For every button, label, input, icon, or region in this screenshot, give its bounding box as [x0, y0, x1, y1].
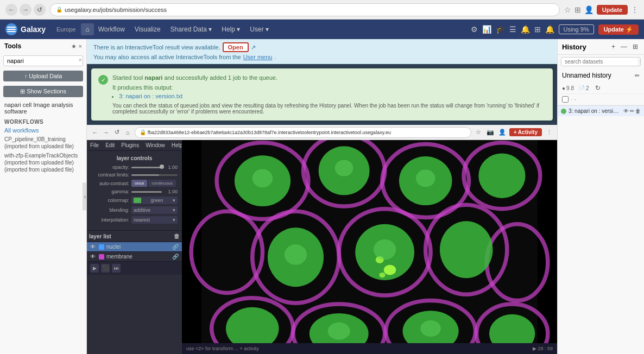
- galaxy-nav: Workflow Visualize Shared Data ▾ Help ▾ …: [94, 23, 273, 35]
- sidebar-close-icon[interactable]: ×: [79, 43, 82, 50]
- nav-help[interactable]: Help ▾: [217, 23, 244, 35]
- colormap-select[interactable]: green ▾: [131, 197, 178, 204]
- extensions-button[interactable]: ⊞: [574, 5, 581, 14]
- skip-button[interactable]: ⏭: [112, 264, 121, 273]
- star-button[interactable]: ☆: [564, 5, 571, 14]
- iframe-menu-button[interactable]: ⋮: [544, 128, 554, 137]
- layer-name-nuclei: nuclei: [106, 244, 170, 250]
- layer-item-membrane[interactable]: 👁 membrane 🔗: [87, 252, 182, 262]
- stat-count-value: 9.8: [566, 85, 574, 91]
- logo-line-3: [7, 31, 16, 32]
- layer-eye-nuclei[interactable]: 👁: [90, 244, 97, 250]
- interpolation-arrow: ▾: [173, 217, 175, 223]
- sidebar-all-workflows[interactable]: All workflows: [0, 126, 86, 135]
- history-edit-button[interactable]: ✏: [635, 72, 640, 79]
- output-link[interactable]: 3: napari on : version.txt: [119, 93, 182, 99]
- bell2-icon[interactable]: 🔔: [545, 25, 554, 34]
- iframe-address[interactable]: 🔒 fba22d833a468e12-eb6ae2b7a8e6a4c1a2a30…: [135, 127, 471, 138]
- napari-menu-file[interactable]: File: [87, 141, 102, 149]
- contrast-row: contrast limits:: [91, 172, 178, 178]
- address-bar[interactable]: 🔒 usegalaxy.eu/jobs/submission/success: [50, 3, 560, 16]
- history-search-input[interactable]: [561, 58, 637, 66]
- stop-button[interactable]: ⬛: [101, 264, 110, 273]
- iframe-forward-button[interactable]: →: [101, 128, 111, 137]
- forward-button[interactable]: →: [20, 4, 31, 16]
- sidebar-workflow-0[interactable]: CP_pipeline_I0B_training (imported from …: [0, 135, 86, 151]
- layer-item-nuclei[interactable]: 👁 nuclei 🔗: [87, 242, 182, 252]
- napari-menu-window[interactable]: Window: [142, 141, 168, 149]
- layer-link-nuclei[interactable]: 🔗: [172, 244, 179, 250]
- history-entry-delete-button[interactable]: 🗑: [635, 108, 641, 114]
- iframe-profile-icon[interactable]: 👤: [497, 128, 507, 137]
- iframe-screenshot-icon[interactable]: 📷: [485, 128, 495, 137]
- opacity-slider[interactable]: [131, 167, 162, 168]
- back-button[interactable]: ←: [5, 4, 17, 16]
- sidebar-collapse-button[interactable]: ‹: [83, 183, 87, 211]
- apps-icon[interactable]: ⊞: [534, 25, 541, 34]
- nav-workflow[interactable]: Workflow: [94, 23, 129, 35]
- history-entry-actions: 👁 ✏ 🗑: [623, 108, 641, 114]
- info-banner-row-1: There is an InteractiveTool result view …: [93, 42, 551, 52]
- nav-shared-data[interactable]: Shared Data ▾: [166, 23, 217, 35]
- history-checkbox[interactable]: [562, 96, 569, 103]
- svg-point-28: [252, 169, 273, 187]
- gamma-row: gamma: 1.00: [91, 189, 178, 194]
- reload-button[interactable]: ↺: [34, 4, 46, 16]
- stat-count: ● 9.8: [562, 85, 574, 91]
- grid-icon[interactable]: ☰: [509, 25, 516, 34]
- blending-select[interactable]: additive ▾: [131, 206, 178, 214]
- opacity-value: 1.00: [164, 165, 178, 170]
- upload-button[interactable]: ↑ Upload Data: [3, 71, 83, 81]
- iframe-home-button[interactable]: ⌂: [123, 128, 132, 137]
- napari-bottom-bar: ▶ ⬛ ⏭: [87, 262, 182, 275]
- search-input[interactable]: [3, 55, 83, 66]
- once-button[interactable]: once: [131, 180, 147, 187]
- profile-button[interactable]: 👤: [584, 5, 594, 14]
- layer-link-membrane[interactable]: 🔗: [172, 254, 179, 260]
- gamma-slider[interactable]: [131, 191, 162, 193]
- user-menu-link[interactable]: User menu: [243, 54, 273, 60]
- iframe-star-button[interactable]: ☆: [473, 128, 483, 137]
- sidebar-bookmark-icon[interactable]: ★: [71, 43, 77, 50]
- settings-icon[interactable]: ⚙: [471, 25, 478, 34]
- history-settings-button[interactable]: ⊞: [631, 42, 640, 51]
- history-collapse-button[interactable]: —: [619, 42, 629, 51]
- sidebar-workflow-1[interactable]: with-zfp-ExampleTrackObjects (imported f…: [0, 151, 86, 174]
- iframe-update-button[interactable]: + Activity: [509, 128, 542, 136]
- menu-button[interactable]: ⋮: [631, 5, 639, 14]
- bell-icon[interactable]: 🔔: [521, 25, 530, 34]
- galaxy-header: Galaxy Europe ⌂ Workflow Visualize Share…: [0, 20, 644, 39]
- home-button[interactable]: ⌂: [81, 23, 93, 35]
- nav-visualize[interactable]: Visualize: [130, 23, 165, 35]
- show-sections-button[interactable]: ⊞ Show Sections: [3, 86, 83, 97]
- iframe-lock-icon: 🔒: [140, 129, 146, 135]
- history-stats: ● 9.8 📄 2 ↻: [558, 83, 644, 94]
- contrast-slider[interactable]: [131, 174, 178, 176]
- history-search-clear[interactable]: ×: [637, 59, 641, 65]
- search-clear-button[interactable]: ×: [79, 56, 82, 63]
- galaxy-update-button[interactable]: Update ⚡: [598, 24, 639, 35]
- using-button[interactable]: Using 9%: [559, 24, 594, 34]
- history-entry-edit-button[interactable]: ✏: [630, 108, 634, 114]
- chart-icon[interactable]: 📊: [482, 25, 491, 34]
- nav-user[interactable]: User ▾: [245, 23, 273, 35]
- play-button[interactable]: ▶: [90, 264, 99, 273]
- svg-point-27: [379, 273, 385, 277]
- interpolation-select[interactable]: nearest ▾: [131, 216, 178, 224]
- graduation-icon[interactable]: 🎓: [496, 25, 505, 34]
- history-add-button[interactable]: +: [610, 42, 617, 51]
- colormap-value: green: [150, 198, 163, 203]
- layer-list-trash-icon[interactable]: 🗑: [174, 233, 180, 239]
- search-box: ×: [3, 55, 83, 66]
- napari-menu-plugins[interactable]: Plugins: [118, 141, 142, 149]
- layer-eye-membrane[interactable]: 👁: [90, 254, 97, 260]
- update-button[interactable]: Update: [597, 5, 628, 15]
- napari-menu-edit[interactable]: Edit: [102, 141, 118, 149]
- continuous-button[interactable]: continuous: [148, 180, 176, 187]
- open-button[interactable]: Open: [223, 42, 249, 52]
- history-entry-eye-button[interactable]: 👁: [623, 108, 629, 114]
- iframe-reload-button[interactable]: ↺: [112, 128, 122, 137]
- iframe-back-button[interactable]: ←: [90, 128, 100, 137]
- history-refresh-button[interactable]: ↻: [594, 84, 602, 92]
- galaxy-logo[interactable]: Galaxy: [5, 23, 46, 35]
